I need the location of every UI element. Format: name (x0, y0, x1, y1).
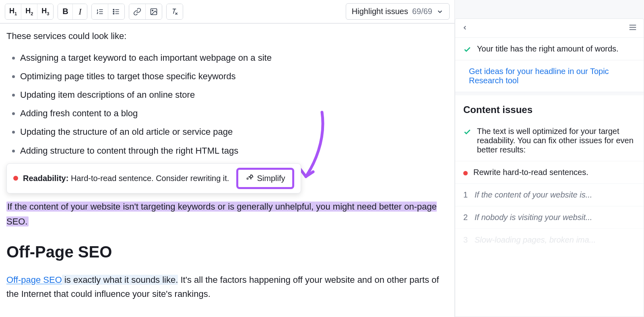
list-group (91, 4, 125, 20)
topic-research-link[interactable]: Get ideas for your headline in our Topic… (469, 67, 636, 85)
editor-toolbar: H1 H2 H3 B I (0, 0, 454, 24)
sidebar-card: Your title has the right amount of words… (455, 19, 644, 317)
tooltip-box: Readability: Hard-to-read sentence. Cons… (6, 163, 301, 193)
svg-point-6 (113, 9, 114, 10)
insert-group (129, 4, 162, 20)
link-button[interactable] (129, 4, 145, 19)
simplify-label: Simplify (257, 172, 285, 185)
ordered-list-button[interactable] (92, 4, 108, 19)
toolbar-left: H1 H2 H3 B I (5, 4, 183, 20)
list-item: Adding structure to content through the … (20, 144, 448, 158)
list-item: Updating item descriptions of an online … (20, 88, 448, 102)
heading-group: H1 H2 H3 (5, 4, 54, 20)
editor-pane: H1 H2 H3 B I (0, 0, 455, 317)
hamburger-icon (628, 23, 637, 32)
clear-group (166, 4, 183, 20)
readability-tooltip: Readability: Hard-to-read sentence. Cons… (6, 163, 448, 193)
h2-button[interactable]: H2 (21, 4, 37, 19)
magic-icon (246, 174, 254, 182)
highlight-label: Highlight issues (352, 7, 408, 16)
preview-text: If nobody is visiting your websit... (475, 213, 592, 222)
ordered-list-icon (96, 8, 104, 16)
title-ok-text: Your title has the right amount of words… (477, 44, 619, 54)
svg-point-10 (152, 10, 153, 10)
list-item: Assigning a target keyword to each impor… (20, 51, 448, 65)
preview-text: Slow-loading pages, broken ima... (475, 235, 596, 245)
para-span-highlight: is exactly what it sounds like. (62, 275, 178, 285)
issue-text: Rewrite hard-to-read sentences. (473, 168, 588, 177)
italic-button[interactable]: I (72, 4, 87, 19)
list-item: Optimizing page titles to target those s… (20, 70, 448, 83)
tooltip-label: Readability: (23, 174, 68, 183)
service-list: Assigning a target keyword to each impor… (6, 51, 448, 158)
title-check-row: Your title has the right amount of words… (455, 38, 644, 60)
svg-point-7 (113, 11, 114, 12)
clear-format-icon (171, 8, 179, 16)
chevron-down-icon (436, 8, 444, 15)
issue-preview-row[interactable]: 3 Slow-loading pages, broken ima... (455, 228, 644, 251)
simplify-button[interactable]: Simplify (236, 168, 294, 189)
list-item: Adding fresh content to a blog (20, 107, 448, 120)
highlighted-sentence-wrap: If the content of your website isn't tar… (6, 199, 448, 229)
highlight-issues-dropdown[interactable]: Highlight issues 69/69 (346, 3, 450, 20)
list-item: Updating the structure of an old article… (20, 125, 448, 139)
unordered-list-icon (112, 8, 120, 16)
issue-preview-row[interactable]: 1 If the content of your website is... (455, 183, 644, 206)
readability-ok-row: The text is well optimized for your targ… (455, 120, 644, 161)
h1-button[interactable]: H1 (5, 4, 21, 19)
image-button[interactable] (145, 4, 162, 19)
preview-number: 2 (463, 213, 469, 222)
section-heading: Off-Page SEO (6, 239, 448, 264)
clear-format-button[interactable] (167, 4, 183, 19)
editor-content[interactable]: These services could look like: Assignin… (0, 24, 454, 317)
svg-point-8 (113, 13, 114, 14)
body-paragraph: Off-page SEO is exactly what it sounds l… (6, 273, 448, 301)
sidebar: Your title has the right amount of words… (455, 0, 644, 317)
topic-research-link-row[interactable]: Get ideas for your headline in our Topic… (455, 60, 644, 92)
image-icon (150, 8, 158, 16)
preview-number: 1 (463, 190, 469, 200)
sidebar-header (455, 19, 644, 38)
bold-button[interactable]: B (58, 4, 72, 19)
unordered-list-button[interactable] (108, 4, 124, 19)
format-group: B I (58, 4, 87, 20)
content-issues-title: Content issues (455, 95, 644, 120)
chevron-left-icon (462, 25, 468, 31)
readability-ok-text: The text is well optimized for your targ… (477, 127, 636, 154)
check-icon (463, 45, 471, 54)
menu-button[interactable] (628, 23, 637, 33)
intro-text: These services could look like: (6, 29, 448, 43)
preview-text: If the content of your website is... (475, 190, 592, 200)
tooltip-message: Hard-to-read sentence. Consider rewritin… (71, 174, 229, 183)
issue-rewrite[interactable]: Rewrite hard-to-read sentences. (455, 161, 644, 183)
highlight-count: 69/69 (412, 7, 432, 16)
severity-dot-icon (13, 176, 18, 181)
h3-button[interactable]: H3 (37, 4, 53, 19)
highlighted-sentence[interactable]: If the content of your website isn't tar… (6, 202, 437, 226)
link-icon (133, 8, 141, 16)
off-page-seo-link[interactable]: Off-page SEO (6, 275, 62, 285)
severity-dot-icon (463, 171, 468, 175)
preview-number: 3 (463, 235, 469, 245)
issue-preview-row[interactable]: 2 If nobody is visiting your websit... (455, 206, 644, 228)
back-button[interactable] (462, 24, 468, 33)
check-icon (463, 128, 471, 136)
